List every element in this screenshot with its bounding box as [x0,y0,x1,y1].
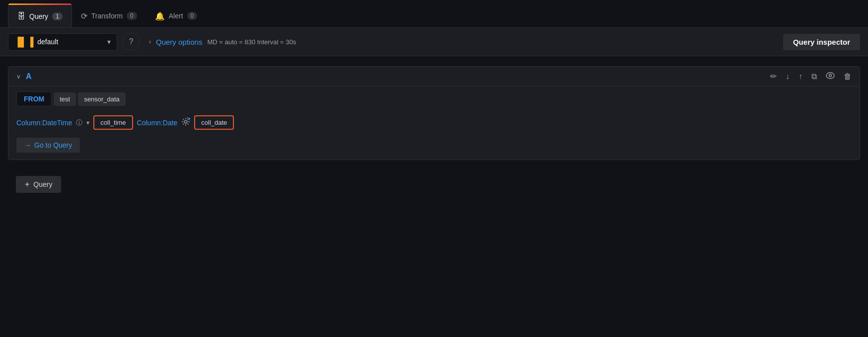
tab-bar: 🗄 Query 1 ⟳ Transform 0 🔔 Alert 0 [0,0,868,28]
query-block-header: ∨ A ✏ ↓ ↑ ⧉ 🗑 [8,67,860,86]
coll-time-field[interactable]: coll_time [93,115,133,130]
query-block-a: ∨ A ✏ ↓ ↑ ⧉ 🗑 FROM test sensor_data [8,66,860,160]
goto-query-button[interactable]: → Go to Query [16,138,80,153]
tab-transform[interactable]: ⟳ Transform 0 [72,4,146,27]
column-datetime-info-icon[interactable]: ⓘ [76,118,82,127]
query-icon: 🗄 [17,12,25,21]
datasource-name: default [37,38,103,46]
goto-row: → Go to Query [8,134,860,160]
column-date-gear-icon[interactable] [181,117,190,128]
collapse-icon[interactable]: ∨ [16,73,21,80]
toggle-visibility-icon[interactable] [826,72,835,81]
query-inspector-button[interactable]: Query inspector [783,34,860,50]
svg-point-2 [185,120,187,123]
tab-transform-label: Transform [91,12,123,20]
column-datetime-selector[interactable]: Column:DateTime [16,119,72,127]
column-date-selector[interactable]: Column:Date [137,119,178,127]
tab-alert-label: Alert [169,12,183,20]
query-options-label: Query options [156,38,202,46]
coll-date-field[interactable]: coll_date [194,115,234,130]
goto-query-label: Go to Query [34,141,72,149]
query-options-meta: MD = auto = 830 Interval = 30s [207,38,296,46]
svg-point-3 [189,118,191,120]
tab-alert[interactable]: 🔔 Alert 0 [146,4,206,27]
svg-point-1 [829,74,832,77]
edit-icon[interactable]: ✏ [770,72,777,81]
svg-point-5 [190,120,190,121]
toolbar: ▐▌▐ default ▾ ? › Query options MD = aut… [0,28,868,56]
add-query-button[interactable]: + Query [16,176,61,193]
query-options-chevron-icon: › [149,38,151,45]
add-query-row: + Query [8,168,860,201]
add-query-label: Query [33,180,52,188]
query-options-bar[interactable]: › Query options MD = auto = 830 Interval… [145,38,778,46]
tab-query[interactable]: 🗄 Query 1 [8,4,72,27]
svg-point-4 [187,117,189,118]
datasource-select[interactable]: ▐▌▐ default ▾ [8,33,117,51]
query-area: ∨ A ✏ ↓ ↑ ⧉ 🗑 FROM test sensor_data [0,56,868,211]
svg-point-0 [826,73,834,79]
from-tag-test[interactable]: test [54,92,76,106]
delete-icon[interactable]: 🗑 [844,72,852,81]
help-button[interactable]: ? [122,33,140,51]
from-row: FROM test sensor_data [8,86,860,111]
tab-query-label: Query [29,12,48,20]
copy-icon[interactable]: ⧉ [811,72,817,81]
query-letter: A [26,72,32,81]
move-up-icon[interactable]: ↑ [798,72,802,81]
goto-arrow-icon: → [24,141,31,149]
move-down-icon[interactable]: ↓ [786,72,790,81]
column-row: Column:DateTime ⓘ ▾ coll_time Column:Dat… [8,111,860,134]
alert-icon: 🔔 [155,11,165,21]
tab-query-badge: 1 [52,12,63,20]
datasource-icon: ▐▌▐ [14,37,33,47]
plus-icon: + [25,180,29,189]
from-tag-sensor-data[interactable]: sensor_data [78,92,126,106]
tab-alert-badge: 0 [187,12,198,20]
tab-transform-badge: 0 [127,12,137,20]
from-label: FROM [16,91,52,106]
datasource-chevron-icon: ▾ [107,38,111,46]
column-datetime-chevron-icon[interactable]: ▾ [86,119,89,126]
transform-icon: ⟳ [81,11,87,21]
query-header-actions: ✏ ↓ ↑ ⧉ 🗑 [770,72,852,81]
